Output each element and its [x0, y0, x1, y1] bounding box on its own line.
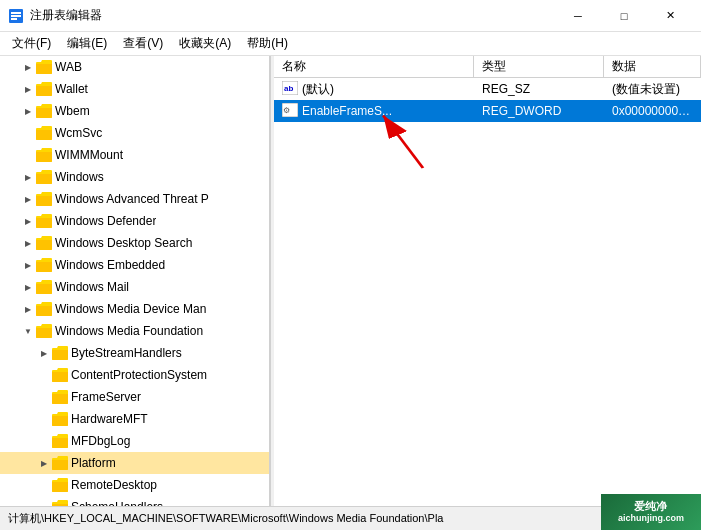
folder-icon	[52, 477, 68, 493]
tree-item[interactable]: ▶ Windows Embedded	[0, 254, 269, 276]
folder-icon	[36, 147, 52, 163]
tree-item[interactable]: ▶ Windows Advanced Threat P	[0, 188, 269, 210]
right-panel: 名称 类型 数据	[274, 56, 701, 506]
close-button[interactable]: ✕	[647, 0, 693, 32]
data-row[interactable]: ⚙ EnableFrameS...REG_DWORD0x00000000 (0)	[274, 100, 701, 122]
tree-item-label: FrameServer	[71, 390, 141, 404]
svg-rect-2	[11, 15, 21, 17]
col-header-data[interactable]: 数据	[604, 56, 701, 77]
tree-expand-icon	[36, 499, 52, 506]
menu-view[interactable]: 查看(V)	[115, 33, 171, 55]
tree-item[interactable]: SchemeHandlers	[0, 496, 269, 506]
tree-expand-icon	[36, 367, 52, 383]
tree-item[interactable]: WcmSvc	[0, 122, 269, 144]
data-cell-type: REG_SZ	[474, 82, 604, 96]
tree-item-label: Windows Mail	[55, 280, 129, 294]
folder-icon	[36, 213, 52, 229]
tree-item[interactable]: ▶ WAB	[0, 56, 269, 78]
annotation-arrow	[274, 78, 701, 506]
folder-icon	[36, 301, 52, 317]
menu-edit[interactable]: 编辑(E)	[59, 33, 115, 55]
svg-rect-3	[11, 18, 17, 20]
tree-item[interactable]: ▶ Windows Mail	[0, 276, 269, 298]
tree-expand-icon[interactable]: ▶	[20, 279, 36, 295]
data-name-text: (默认)	[302, 81, 334, 98]
main-content: ▶ WAB▶ Wallet▶ Wbem WcmSvc WIMMMount▶ Wi…	[0, 56, 701, 506]
app-icon	[8, 8, 24, 24]
tree-item-label: Platform	[71, 456, 116, 470]
folder-icon	[36, 103, 52, 119]
tree-expand-icon[interactable]: ▶	[20, 59, 36, 75]
tree-expand-icon[interactable]: ▶	[20, 213, 36, 229]
tree-item-label: Windows Defender	[55, 214, 156, 228]
tree-item-label: MFDbgLog	[71, 434, 130, 448]
data-cell-name: ab (默认)	[274, 81, 474, 98]
folder-icon	[52, 389, 68, 405]
data-cell-value: 0x00000000 (0)	[604, 104, 701, 118]
folder-icon	[36, 235, 52, 251]
tree-item[interactable]: FrameServer	[0, 386, 269, 408]
data-panel[interactable]: ab (默认)REG_SZ(数值未设置) ⚙ EnableFrameS...RE…	[274, 78, 701, 506]
tree-item[interactable]: RemoteDesktop	[0, 474, 269, 496]
tree-expand-icon[interactable]: ▶	[20, 301, 36, 317]
tree-item[interactable]: ▶ Windows Defender	[0, 210, 269, 232]
tree-expand-icon[interactable]: ▼	[20, 323, 36, 339]
tree-item-label: RemoteDesktop	[71, 478, 157, 492]
tree-item[interactable]: ▶ Windows	[0, 166, 269, 188]
menu-favorites[interactable]: 收藏夹(A)	[171, 33, 239, 55]
col-header-name[interactable]: 名称	[274, 56, 474, 77]
data-row[interactable]: ab (默认)REG_SZ(数值未设置)	[274, 78, 701, 100]
svg-text:ab: ab	[284, 84, 293, 93]
tree-expand-icon[interactable]: ▶	[36, 345, 52, 361]
tree-item[interactable]: ▶ Platform	[0, 452, 269, 474]
tree-item[interactable]: MFDbgLog	[0, 430, 269, 452]
tree-item[interactable]: ▼ Windows Media Foundation	[0, 320, 269, 342]
tree-item-label: WIMMMount	[55, 148, 123, 162]
tree-item[interactable]: ContentProtectionSystem	[0, 364, 269, 386]
svg-rect-1	[11, 12, 21, 14]
tree-item[interactable]: ▶ Windows Media Device Man	[0, 298, 269, 320]
tree-expand-icon[interactable]: ▶	[20, 169, 36, 185]
tree-item[interactable]: ▶ Wbem	[0, 100, 269, 122]
folder-icon	[52, 455, 68, 471]
registry-tree[interactable]: ▶ WAB▶ Wallet▶ Wbem WcmSvc WIMMMount▶ Wi…	[0, 56, 270, 506]
svg-line-5	[383, 116, 423, 169]
folder-icon	[36, 81, 52, 97]
tree-item-label: Windows	[55, 170, 104, 184]
tree-expand-icon[interactable]: ▶	[20, 81, 36, 97]
minimize-button[interactable]: ─	[555, 0, 601, 32]
tree-item[interactable]: ▶ ByteStreamHandlers	[0, 342, 269, 364]
tree-item-label: ByteStreamHandlers	[71, 346, 182, 360]
svg-text:⚙: ⚙	[283, 106, 290, 115]
window-controls: ─ □ ✕	[555, 0, 693, 32]
tree-expand-icon[interactable]: ▶	[20, 103, 36, 119]
tree-item-label: Wallet	[55, 82, 88, 96]
column-headers: 名称 类型 数据	[274, 56, 701, 78]
menu-help[interactable]: 帮助(H)	[239, 33, 296, 55]
tree-expand-icon[interactable]: ▶	[20, 235, 36, 251]
status-path: 计算机\HKEY_LOCAL_MACHINE\SOFTWARE\Microsof…	[8, 511, 443, 526]
tree-item[interactable]: ▶ Windows Desktop Search	[0, 232, 269, 254]
tree-expand-icon[interactable]: ▶	[20, 257, 36, 273]
tree-item-label: Wbem	[55, 104, 90, 118]
folder-icon	[36, 169, 52, 185]
data-cell-type: REG_DWORD	[474, 104, 604, 118]
data-name-text: EnableFrameS...	[302, 104, 392, 118]
menu-file[interactable]: 文件(F)	[4, 33, 59, 55]
folder-icon	[52, 499, 68, 506]
tree-expand-icon	[36, 477, 52, 493]
tree-expand-icon	[36, 411, 52, 427]
tree-item-label: Windows Advanced Threat P	[55, 192, 209, 206]
tree-item[interactable]: ▶ Wallet	[0, 78, 269, 100]
folder-icon	[36, 59, 52, 75]
tree-item[interactable]: WIMMMount	[0, 144, 269, 166]
tree-item[interactable]: HardwareMFT	[0, 408, 269, 430]
folder-icon	[52, 411, 68, 427]
tree-expand-icon[interactable]: ▶	[20, 191, 36, 207]
tree-expand-icon	[36, 389, 52, 405]
maximize-button[interactable]: □	[601, 0, 647, 32]
col-header-type[interactable]: 类型	[474, 56, 604, 77]
watermark-line1: 爱纯净	[618, 499, 684, 513]
tree-expand-icon[interactable]: ▶	[36, 455, 52, 471]
folder-icon	[52, 367, 68, 383]
